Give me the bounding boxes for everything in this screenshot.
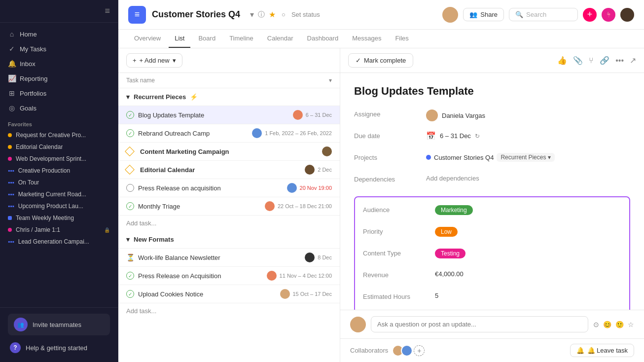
task-name-t1: Blog Updates Template (138, 111, 289, 119)
project-dot (426, 155, 431, 160)
tab-overview[interactable]: Overview (128, 30, 167, 48)
priority-badge[interactable]: Low (435, 227, 458, 237)
radio-icon[interactable]: ⊙ (593, 321, 599, 328)
section-dropdown-icon[interactable]: ▾ (548, 154, 551, 161)
tab-list[interactable]: List (169, 30, 190, 48)
tab-calendar[interactable]: Calendar (261, 30, 299, 48)
help-button[interactable]: ? Help & getting started (8, 339, 110, 356)
task-check-icon[interactable] (126, 184, 134, 192)
chevron-down-icon[interactable]: ▾ (250, 10, 254, 19)
task-name-t9: Upload Cookies Notice (138, 290, 276, 298)
add-task-button-1[interactable]: Add task... (118, 216, 340, 231)
nav-item-reporting[interactable]: 📈 Reporting (0, 71, 118, 86)
add-task-button-2[interactable]: Add task... (118, 303, 340, 319)
sidebar-nav: ⌂ Home ✓ My Tasks 🔔 Inbox 📈 Reporting ⊞ … (0, 23, 118, 307)
task-check-icon[interactable]: ✓ (126, 111, 134, 119)
more-icon[interactable]: ••• (615, 56, 624, 65)
add-button[interactable]: + (583, 8, 597, 22)
task-check-icon[interactable]: ✓ (126, 290, 134, 298)
section-new-formats[interactable]: ▾ New Formats (118, 231, 340, 249)
bell-leave-icon: 🔔 (576, 347, 584, 354)
col-sort-icon[interactable]: ▾ (329, 77, 332, 84)
fav-item-3[interactable]: Web Development Sprint... (0, 153, 118, 165)
fav-item-5[interactable]: ▪▪▪ On Tour (0, 177, 118, 188)
mark-complete-button[interactable]: ✓ Mark complete (348, 53, 413, 68)
due-date-value: 📅 6 – 31 Dec ↻ (426, 131, 480, 141)
fav-label-5: On Tour (18, 179, 39, 186)
tab-board[interactable]: Board (192, 30, 221, 48)
info-icon[interactable]: ⓘ (258, 10, 265, 19)
fav-item-8[interactable]: Team Weekly Meeting (0, 212, 118, 224)
table-row[interactable]: ⏳ Work-life Balance Newsletter 8 Dec (118, 249, 340, 267)
paperclip-icon[interactable]: 📎 (573, 56, 583, 65)
field-audience: Audience Marketing (363, 205, 621, 219)
nav-item-my-tasks[interactable]: ✓ My Tasks (0, 41, 118, 56)
fav-item-1[interactable]: Request for Creative Pro... (0, 129, 118, 141)
table-row[interactable]: Editorial Calendar 2 Dec (118, 161, 340, 179)
table-row[interactable]: ✓ Monthly Triage 22 Oct – 18 Dec 21:00 (118, 197, 340, 216)
nav-item-home[interactable]: ⌂ Home (0, 27, 118, 41)
collaborators-label: Collaborators (350, 347, 388, 354)
fav-item-2[interactable]: Editorial Calendar (0, 141, 118, 153)
task-name-t2: Rebrand Outreach Camp (138, 130, 248, 137)
content-type-badge[interactable]: Testing (435, 249, 465, 258)
link-icon[interactable]: 🔗 (600, 56, 609, 65)
task-check-icon[interactable]: ✓ (126, 272, 134, 280)
table-row[interactable]: ✓ Upload Cookies Notice 15 Oct – 17 Dec (118, 285, 340, 303)
tab-dashboard[interactable]: Dashboard (301, 30, 345, 48)
task-check-icon[interactable]: ✓ (126, 129, 134, 137)
fav-item-7[interactable]: ▪▪▪ Upcoming Product Lau... (0, 200, 118, 212)
revenue-value: €4,000.00 (435, 270, 464, 278)
comment-input[interactable] (371, 316, 588, 332)
add-collaborator-button[interactable]: + (414, 345, 425, 356)
main-content: ≡ Customer Stories Q4 ▾ ⓘ ★ ○ Set status… (118, 0, 644, 362)
nav-item-inbox[interactable]: 🔔 Inbox (0, 56, 118, 71)
custom-fields-box: Audience Marketing Priority Low Content … (354, 196, 630, 310)
search-box[interactable]: 🔍 Search (509, 8, 578, 21)
star-icon[interactable]: ★ (269, 10, 276, 19)
audience-label: Audience (363, 205, 427, 214)
add-dependencies-button[interactable]: Add dependencies (426, 175, 479, 182)
invite-teammates-button[interactable]: 👥 Invite teammates (8, 314, 110, 335)
fav-dot-1 (8, 133, 12, 137)
collapse-icon[interactable]: ≡ (105, 6, 110, 16)
table-row[interactable]: ✓ Press Release on Acquisition 11 Nov – … (118, 267, 340, 285)
mark-complete-label: Mark complete (364, 57, 406, 64)
tab-bar: Overview List Board Timeline Calendar Da… (118, 30, 644, 48)
set-status-label[interactable]: Set status (291, 11, 320, 18)
fav-label-4: Creative Production (18, 167, 70, 174)
smiley-icon[interactable]: 🙂 (615, 321, 624, 328)
task-check-icon[interactable]: ✓ (126, 202, 134, 210)
user-avatar-pink: 🦩 (602, 8, 615, 22)
section-recurrent-pieces[interactable]: ▾ Recurrent Pieces ⚡ (118, 88, 340, 106)
fav-bar-icon-4: ▪▪▪ (8, 167, 14, 174)
tab-timeline[interactable]: Timeline (223, 30, 259, 48)
thumbs-up-icon[interactable]: 👍 (557, 56, 567, 65)
audience-badge[interactable]: Marketing (435, 205, 473, 215)
nav-item-goals[interactable]: ◎ Goals (0, 101, 118, 115)
emoji-icon[interactable]: 😊 (603, 321, 611, 328)
header-icons: ▾ ⓘ ★ (250, 10, 276, 19)
table-row[interactable]: Content Marketing Campaign (118, 143, 340, 161)
share-button[interactable]: 👥 Share (463, 8, 504, 21)
star-comment-icon[interactable]: ☆ (628, 321, 634, 328)
table-row[interactable]: ✓ Blog Updates Template 6 – 31 Dec (118, 106, 340, 124)
nav-item-portfolios[interactable]: ⊞ Portfolios (0, 86, 118, 101)
fav-item-9[interactable]: Chris / Jamie 1:1 🔒 (0, 224, 118, 236)
tab-messages[interactable]: Messages (346, 30, 387, 48)
table-row[interactable]: Press Release on acquisition 20 Nov 19:0… (118, 179, 340, 197)
collab-avatar-2 (401, 345, 413, 357)
fav-item-6[interactable]: ▪▪▪ Marketing Current Road... (0, 188, 118, 200)
fav-label-9: Chris / Jamie 1:1 (16, 226, 60, 233)
task-list-panel: + + Add new ▾ Task name ▾ ▾ Recurrent Pi… (118, 48, 340, 362)
leave-task-button[interactable]: 🔔 🔔 Leave task (570, 344, 635, 357)
table-row[interactable]: ✓ Rebrand Outreach Camp 1 Feb, 2022 – 26… (118, 124, 340, 143)
fav-item-10[interactable]: ▪▪▪ Lead Generation Campai... (0, 236, 118, 248)
field-estimated-hours: Estimated Hours 5 (363, 292, 621, 306)
tab-files[interactable]: Files (389, 30, 414, 48)
expand-icon[interactable]: ↗ (630, 56, 636, 65)
repeat-icon: ↻ (475, 133, 480, 140)
branch-icon[interactable]: ⑂ (589, 56, 594, 65)
add-new-button[interactable]: + + Add new ▾ (126, 53, 182, 68)
fav-item-4[interactable]: ▪▪▪ Creative Production (0, 165, 118, 177)
